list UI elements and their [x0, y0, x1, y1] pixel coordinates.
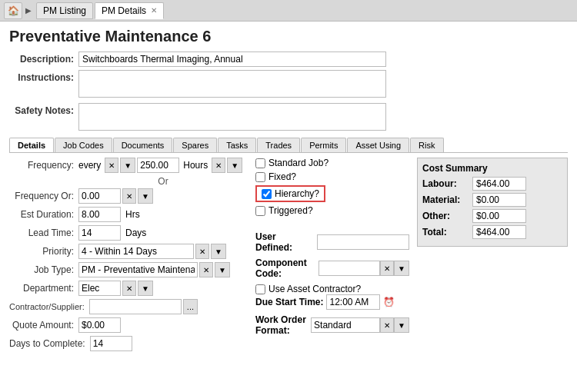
detail-middle: Standard Job? Fixed? Hierarchy? Triggere…	[255, 158, 409, 354]
tab-risk[interactable]: Risk	[410, 138, 443, 152]
other-label: Other:	[422, 211, 472, 221]
material-value: $0.00	[472, 193, 526, 207]
tab-close-icon[interactable]: ✕	[151, 6, 157, 15]
tab-asset-using[interactable]: Asset Using	[347, 138, 409, 152]
quote-amount-row: Quote Amount:	[9, 317, 248, 333]
tab-details[interactable]: Details	[9, 138, 54, 152]
frequency-unit-dropdown[interactable]: ▼	[227, 158, 242, 173]
frequency-label: Frequency:	[9, 160, 78, 171]
component-code-input[interactable]	[319, 261, 380, 276]
frequency-value-input[interactable]	[137, 158, 179, 173]
use-asset-contractor-checkbox[interactable]	[255, 284, 265, 294]
component-code-dropdown[interactable]: ▼	[394, 261, 409, 276]
use-asset-contractor-label: Use Asset Contractor?	[268, 284, 361, 294]
priority-dropdown[interactable]: ▼	[211, 244, 226, 259]
triggered-checkbox[interactable]	[255, 206, 265, 216]
lead-time-label: Lead Time:	[9, 228, 78, 238]
priority-input[interactable]	[78, 244, 194, 259]
due-start-input[interactable]	[326, 294, 380, 310]
safety-notes-input[interactable]	[78, 103, 386, 131]
use-asset-row: Use Asset Contractor? Due Start Time: ⏰	[255, 284, 409, 310]
quote-amount-label: Quote Amount:	[9, 320, 78, 331]
tab-documents[interactable]: Documents	[113, 138, 173, 152]
tab-pm-listing[interactable]: PM Listing	[36, 2, 93, 19]
cost-summary-title: Cost Summary	[422, 163, 562, 174]
est-duration-unit: Hrs	[125, 209, 140, 220]
standard-job-row: Standard Job?	[255, 158, 409, 168]
frequency-unit-x-button[interactable]: ✕	[212, 158, 225, 173]
or-text: Or	[78, 176, 248, 187]
description-label: Description:	[9, 51, 78, 65]
contractor-ellipsis-button[interactable]: ...	[183, 299, 198, 314]
cost-summary: Cost Summary Labour: $464.00 Material: $…	[417, 158, 568, 247]
total-row: Total: $464.00	[422, 225, 562, 239]
contractor-row: Contractor/Supplier: ...	[9, 299, 248, 314]
main-content: Preventative Maintenance 6 Description: …	[0, 22, 577, 392]
triggered-label: Triggered?	[268, 205, 313, 216]
priority-label: Priority:	[9, 246, 78, 257]
priority-row: Priority: ✕ ▼	[9, 244, 248, 259]
tab-tasks[interactable]: Tasks	[218, 138, 256, 152]
department-x-button[interactable]: ✕	[122, 281, 136, 296]
user-defined-label: User Defined:	[255, 231, 314, 253]
labour-value: $464.00	[472, 177, 526, 191]
detail-tab-strip: Details Job Codes Documents Spares Tasks…	[9, 138, 568, 153]
work-order-format-row: Work Order Format: ✕ ▼	[255, 314, 409, 336]
description-input[interactable]	[78, 51, 386, 67]
user-defined-input[interactable]	[317, 234, 409, 250]
fixed-label: Fixed?	[268, 171, 296, 182]
work-order-x-button[interactable]: ✕	[380, 317, 394, 333]
instructions-input[interactable]	[78, 70, 386, 98]
work-order-format-input[interactable]	[311, 317, 380, 333]
tab-job-codes[interactable]: Job Codes	[55, 138, 112, 152]
total-value: $464.00	[472, 225, 526, 239]
component-code-x-button[interactable]: ✕	[380, 261, 394, 276]
detail-grid: Frequency: every ✕ ▼ Hours ✕ ▼ Or Freque…	[9, 158, 568, 354]
material-row: Material: $0.00	[422, 193, 562, 207]
tab-permits[interactable]: Permits	[301, 138, 346, 152]
priority-x-button[interactable]: ✕	[195, 244, 209, 259]
job-type-x-button[interactable]: ✕	[199, 262, 213, 277]
safety-notes-label: Safety Notes:	[9, 103, 78, 116]
standard-job-checkbox[interactable]	[255, 158, 265, 168]
job-type-dropdown[interactable]: ▼	[215, 262, 230, 277]
department-dropdown[interactable]: ▼	[138, 281, 153, 296]
frequency-or-row: Frequency Or: ✕ ▼	[9, 188, 248, 204]
frequency-or-input[interactable]	[78, 188, 121, 204]
lead-time-row: Lead Time: Days	[9, 225, 248, 241]
days-complete-input[interactable]	[90, 336, 132, 351]
quote-amount-input[interactable]	[78, 317, 121, 333]
frequency-prefix: every	[78, 160, 101, 171]
hierarchy-label: Hierarchy?	[275, 188, 319, 199]
detail-left: Frequency: every ✕ ▼ Hours ✕ ▼ Or Freque…	[9, 158, 248, 354]
clock-icon: ⏰	[383, 297, 395, 307]
est-duration-label: Est Duration:	[9, 209, 78, 220]
frequency-or-x-button[interactable]: ✕	[122, 188, 136, 204]
department-input[interactable]	[78, 281, 121, 296]
nav-arrow: ▶	[25, 6, 32, 15]
hierarchy-checkbox[interactable]	[262, 189, 272, 199]
contractor-input[interactable]	[89, 299, 182, 314]
fixed-checkbox[interactable]	[255, 172, 265, 182]
tab-pm-details[interactable]: PM Details ✕	[95, 2, 164, 19]
page-title: Preventative Maintenance 6	[9, 28, 568, 45]
tab-trades[interactable]: Trades	[257, 138, 300, 152]
frequency-dropdown[interactable]: ▼	[120, 158, 135, 173]
frequency-x-button[interactable]: ✕	[105, 158, 118, 173]
total-label: Total:	[422, 227, 472, 238]
days-complete-label: Days to Complete:	[9, 338, 90, 349]
frequency-or-dropdown[interactable]: ▼	[138, 188, 153, 204]
days-complete-row: Days to Complete:	[9, 336, 248, 351]
labour-label: Labour:	[422, 178, 472, 189]
est-duration-input[interactable]	[78, 207, 121, 222]
tab-spares[interactable]: Spares	[173, 138, 217, 152]
lead-time-input[interactable]	[78, 225, 121, 241]
job-type-label: Job Type:	[9, 264, 78, 275]
nav-bar: 🏠 ▶ PM Listing PM Details ✕	[0, 0, 577, 22]
work-order-dropdown[interactable]: ▼	[394, 317, 409, 333]
est-duration-row: Est Duration: Hrs	[9, 207, 248, 222]
job-type-input[interactable]	[78, 262, 198, 277]
other-row: Other: $0.00	[422, 209, 562, 223]
home-button[interactable]: 🏠	[4, 2, 22, 19]
description-row: Description:	[9, 51, 568, 67]
